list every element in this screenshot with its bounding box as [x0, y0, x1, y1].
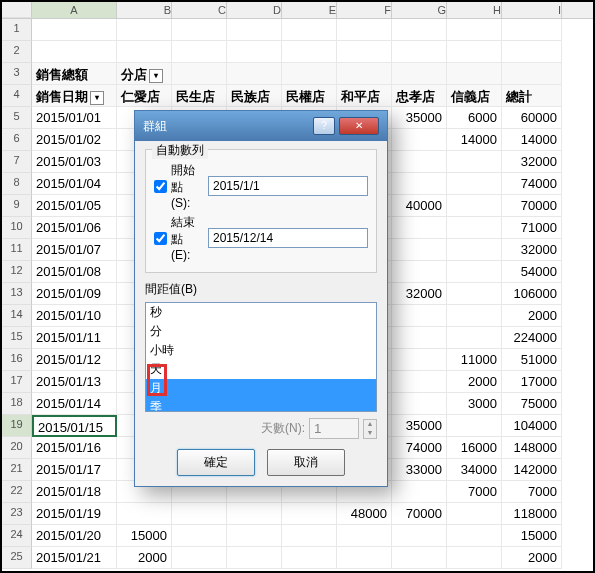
cell[interactable] [392, 349, 447, 371]
label-sales-date[interactable]: 銷售日期▾ [32, 85, 117, 107]
select-all-corner[interactable] [2, 2, 32, 18]
cell[interactable]: 2015/01/05 [32, 195, 117, 217]
cell[interactable]: 33000 [392, 459, 447, 481]
col-header-I[interactable]: I [502, 2, 562, 18]
row-header-4[interactable]: 4 [2, 85, 32, 107]
cell[interactable]: 32000 [392, 283, 447, 305]
cell[interactable] [227, 525, 282, 547]
col-header-H[interactable]: H [447, 2, 502, 18]
cancel-button[interactable]: 取消 [267, 449, 345, 476]
cell[interactable] [447, 173, 502, 195]
filter-icon[interactable]: ▾ [90, 91, 104, 105]
cell[interactable]: 2015/01/10 [32, 305, 117, 327]
cell[interactable]: 40000 [392, 195, 447, 217]
cell[interactable] [392, 151, 447, 173]
cell[interactable]: 2015/01/19 [32, 503, 117, 525]
cell[interactable]: 106000 [502, 283, 562, 305]
row-header-6[interactable]: 6 [2, 129, 32, 151]
cell[interactable]: 32000 [502, 151, 562, 173]
cell[interactable]: 2015/01/03 [32, 151, 117, 173]
cell[interactable]: 74000 [502, 173, 562, 195]
cell[interactable] [282, 547, 337, 569]
filter-icon[interactable]: ▾ [149, 69, 163, 83]
cell[interactable]: 14000 [447, 129, 502, 151]
cell[interactable] [447, 525, 502, 547]
cell[interactable]: 118000 [502, 503, 562, 525]
cell[interactable]: 32000 [502, 239, 562, 261]
cell[interactable] [447, 503, 502, 525]
cell[interactable] [392, 305, 447, 327]
cell[interactable] [172, 547, 227, 569]
cell[interactable] [117, 503, 172, 525]
cell[interactable] [392, 525, 447, 547]
interval-option-month[interactable]: 月 [146, 379, 376, 398]
cell[interactable]: 2015/01/04 [32, 173, 117, 195]
row-header-18[interactable]: 18 [2, 393, 32, 415]
cell[interactable] [282, 525, 337, 547]
cell[interactable]: 3000 [447, 393, 502, 415]
row-header-20[interactable]: 20 [2, 437, 32, 459]
cell[interactable]: 2015/01/13 [32, 371, 117, 393]
cell[interactable] [392, 261, 447, 283]
cell[interactable]: 2015/01/21 [32, 547, 117, 569]
branch-header[interactable]: 民生店 [172, 85, 227, 107]
cell[interactable] [392, 217, 447, 239]
row-header-12[interactable]: 12 [2, 261, 32, 283]
cell[interactable] [447, 305, 502, 327]
cell[interactable]: 11000 [447, 349, 502, 371]
cell[interactable]: 70000 [502, 195, 562, 217]
cell[interactable]: 75000 [502, 393, 562, 415]
row-header-14[interactable]: 14 [2, 305, 32, 327]
cell[interactable]: 2015/01/15 [32, 415, 117, 437]
row-header-9[interactable]: 9 [2, 195, 32, 217]
interval-option-second[interactable]: 秒 [146, 303, 376, 322]
cell[interactable]: 148000 [502, 437, 562, 459]
cell[interactable] [447, 195, 502, 217]
row-header-19[interactable]: 19 [2, 415, 32, 437]
col-header-A[interactable]: A [32, 2, 117, 18]
cell[interactable]: 7000 [502, 481, 562, 503]
cell[interactable] [282, 503, 337, 525]
branch-header[interactable]: 和平店 [337, 85, 392, 107]
cell[interactable]: 2015/01/08 [32, 261, 117, 283]
cell[interactable]: 224000 [502, 327, 562, 349]
cell[interactable] [447, 261, 502, 283]
cell[interactable] [447, 547, 502, 569]
col-header-B[interactable]: B [117, 2, 172, 18]
cell[interactable] [337, 525, 392, 547]
cell[interactable]: 17000 [502, 371, 562, 393]
interval-option-day[interactable]: 天 [146, 360, 376, 379]
row-header-24[interactable]: 24 [2, 525, 32, 547]
cell[interactable]: 51000 [502, 349, 562, 371]
cell[interactable]: 6000 [447, 107, 502, 129]
col-header-E[interactable]: E [282, 2, 337, 18]
interval-listbox[interactable]: 秒 分 小時 天 月 季 年 [145, 302, 377, 412]
row-header-22[interactable]: 22 [2, 481, 32, 503]
cell[interactable]: 2015/01/12 [32, 349, 117, 371]
cell[interactable]: 16000 [447, 437, 502, 459]
cell[interactable]: 2000 [502, 547, 562, 569]
cell[interactable]: 2015/01/09 [32, 283, 117, 305]
cell[interactable]: 142000 [502, 459, 562, 481]
cell[interactable] [337, 547, 392, 569]
row-header-23[interactable]: 23 [2, 503, 32, 525]
cell[interactable]: 14000 [502, 129, 562, 151]
col-header-F[interactable]: F [337, 2, 392, 18]
row-header-2[interactable]: 2 [2, 41, 32, 63]
end-checkbox[interactable] [154, 232, 167, 245]
cell[interactable] [392, 481, 447, 503]
cell[interactable] [447, 217, 502, 239]
cell[interactable] [172, 503, 227, 525]
interval-option-minute[interactable]: 分 [146, 322, 376, 341]
row-header-13[interactable]: 13 [2, 283, 32, 305]
cell[interactable]: 35000 [392, 415, 447, 437]
cell[interactable]: 7000 [447, 481, 502, 503]
branch-header[interactable]: 仁愛店 [117, 85, 172, 107]
row-header-11[interactable]: 11 [2, 239, 32, 261]
cell[interactable] [392, 327, 447, 349]
cell[interactable]: 54000 [502, 261, 562, 283]
branch-header[interactable]: 信義店 [447, 85, 502, 107]
start-checkbox-label[interactable]: 開始點(S): [154, 162, 202, 210]
row-header-25[interactable]: 25 [2, 547, 32, 569]
label-total-sales[interactable]: 銷售總額 [32, 63, 117, 85]
